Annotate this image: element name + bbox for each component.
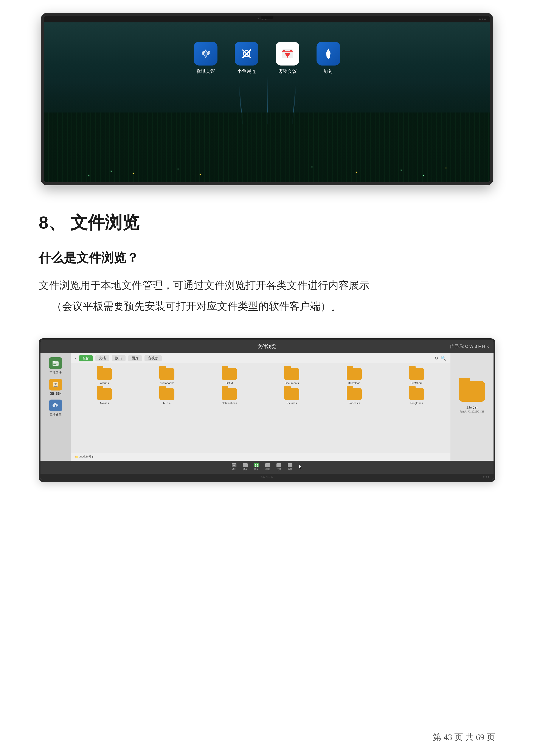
folder-movies[interactable]: Movies	[75, 388, 134, 405]
maipin-label: 迈聆会议	[278, 68, 297, 74]
toolbar-upload[interactable]: 传件	[243, 463, 248, 471]
folder-audiobooks-icon	[159, 368, 174, 380]
body-text-1: 文件浏览用于本地文件管理，可通过文件浏览打开各类文件进行内容展示	[39, 277, 495, 294]
toolbar-select[interactable]: 选择	[276, 463, 281, 471]
folder-fileshare[interactable]: FileShare	[387, 368, 446, 385]
body-text-2: （会议平板需要预先安装可打开对应文件类型的软件客户端）。	[39, 298, 495, 315]
refresh-toolbar-icon	[288, 463, 292, 467]
refresh-icon[interactable]: ↻	[435, 356, 438, 361]
file-grid-area: Alarms Audiobooks DCIM Documents	[71, 364, 450, 453]
breadcrumb-path: 本地文件 ▸	[79, 455, 94, 459]
browser-brand-text: ZSHLE	[261, 475, 273, 479]
folder-music[interactable]: Music	[138, 388, 196, 405]
monitor-section: 腾讯会议 小鱼易连	[0, 0, 534, 194]
toolbar-list[interactable]: 列表	[265, 463, 270, 471]
browser-navbar[interactable]: ‹ 全部 文档 版书 图片 音视频 ↻ 🔍	[71, 353, 450, 364]
monitor-frame: 腾讯会议 小鱼易连	[41, 13, 493, 185]
nav-tab-images[interactable]: 图片	[128, 355, 142, 362]
status-dots	[479, 18, 486, 20]
browser-topbar: 文件浏览 传屏码: C W 3 F H K	[40, 340, 494, 353]
nav-tab-docs[interactable]: 文档	[95, 355, 109, 362]
dingding-label: 钉钉	[324, 68, 333, 74]
browser-title: 文件浏览	[258, 343, 276, 350]
sidebar-item-cloud[interactable]: 云端硬盘	[49, 399, 62, 417]
subsection-title: 什么是文件浏览？	[39, 250, 495, 266]
folder-download-icon	[347, 368, 362, 380]
folder-ringtones-label: Ringtones	[410, 401, 423, 405]
nav-tab-board[interactable]: 版书	[112, 355, 126, 362]
browser-dot-2	[486, 476, 487, 477]
browser-status-dots	[483, 476, 489, 477]
folder-download-label: Download	[348, 381, 361, 385]
svg-rect-21	[257, 464, 258, 465]
svg-rect-23	[257, 466, 258, 467]
folder-movies-icon	[97, 388, 112, 400]
app-item-tencent[interactable]: 腾讯会议	[194, 42, 217, 74]
svg-rect-27	[277, 464, 280, 466]
app-grid: 腾讯会议 小鱼易连	[194, 42, 340, 74]
sidebar-item-jensen[interactable]: JENSEN	[49, 379, 62, 395]
app-item-xiaoyu[interactable]: 小鱼易连	[235, 42, 258, 74]
app-item-maipin[interactable]: 迈聆会议	[276, 42, 299, 74]
list-label: 列表	[266, 468, 270, 471]
cloud-icon	[49, 399, 62, 411]
xiaoyu-label: 小鱼易连	[237, 68, 256, 74]
nav-tab-all[interactable]: 全部	[79, 355, 93, 362]
preview-name: 本地文件	[466, 406, 478, 410]
preview-date: 修改时间: 2022/03/23	[460, 410, 484, 414]
app-item-dingding[interactable]: 钉钉	[317, 42, 340, 74]
folder-download[interactable]: Download	[325, 368, 384, 385]
jensen-label: JENSEN	[50, 392, 62, 395]
folder-audiobooks[interactable]: Audiobooks	[138, 368, 196, 385]
browser-toolbar: 退出 传件 图标 列表	[40, 461, 494, 474]
svg-rect-11	[53, 364, 58, 364]
folder-notifications[interactable]: Notifications	[200, 388, 259, 405]
search-icon[interactable]: 🔍	[441, 356, 446, 361]
file-browser-screenshot: 文件浏览 传屏码: C W 3 F H K	[39, 338, 495, 482]
local-files-icon	[49, 357, 62, 369]
svg-rect-22	[255, 466, 256, 467]
svg-rect-12	[53, 364, 56, 365]
browser-brand-bar: ZSHLE	[40, 474, 494, 480]
toolbar-refresh[interactable]: 刷新	[288, 463, 292, 471]
maipin-icon	[276, 42, 299, 66]
nav-back-icon[interactable]: ‹	[75, 356, 76, 361]
toolbar-exit[interactable]: 退出	[232, 463, 237, 471]
folder-ringtones-icon	[409, 388, 424, 400]
grid-icon	[254, 463, 259, 467]
folder-documents[interactable]: Documents	[262, 368, 321, 385]
folder-dcim-label: DCIM	[226, 381, 233, 385]
section-title: 8、 文件浏览	[39, 211, 495, 234]
breadcrumb: 📁 本地文件 ▸	[71, 453, 450, 461]
browser-sidebar[interactable]: 本地文件 JENSEN	[40, 353, 71, 461]
folder-alarms[interactable]: Alarms	[75, 368, 134, 385]
exit-icon	[232, 463, 237, 467]
folder-pictures-label: Pictures	[287, 401, 297, 405]
upload-icon	[243, 463, 248, 467]
tencent-icon	[194, 42, 217, 66]
folder-documents-icon	[284, 368, 299, 380]
breadcrumb-folder-icon: 📁	[75, 455, 79, 459]
folder-notifications-label: Notifications	[222, 401, 237, 405]
file-grid-row-2: Movies Music Notifications Pictures	[75, 388, 446, 405]
folder-fileshare-icon	[409, 368, 424, 380]
browser-preview-panel: 本地文件 修改时间: 2022/03/23	[450, 353, 494, 461]
folder-ringtones[interactable]: Ringtones	[387, 388, 446, 405]
nav-action-icons: ↻ 🔍	[435, 356, 446, 361]
folder-fileshare-label: FileShare	[411, 381, 423, 385]
folder-dcim[interactable]: DCIM	[200, 368, 259, 385]
svg-point-14	[55, 383, 57, 385]
sidebar-item-local[interactable]: 本地文件	[49, 357, 62, 374]
upload-label: 传件	[243, 468, 247, 471]
folder-notifications-icon	[222, 388, 237, 400]
file-grid-row-1: Alarms Audiobooks DCIM Documents	[75, 368, 446, 385]
nav-tab-media[interactable]: 音视频	[144, 355, 162, 362]
status-dot-3	[484, 18, 486, 20]
folder-podcasts[interactable]: Podcasts	[325, 388, 384, 405]
folder-pictures[interactable]: Pictures	[262, 388, 321, 405]
local-files-label: 本地文件	[50, 370, 62, 374]
toolbar-grid[interactable]: 图标	[254, 463, 259, 471]
svg-rect-7	[290, 50, 292, 51]
svg-rect-9	[53, 361, 55, 362]
folder-alarms-icon	[97, 368, 112, 380]
